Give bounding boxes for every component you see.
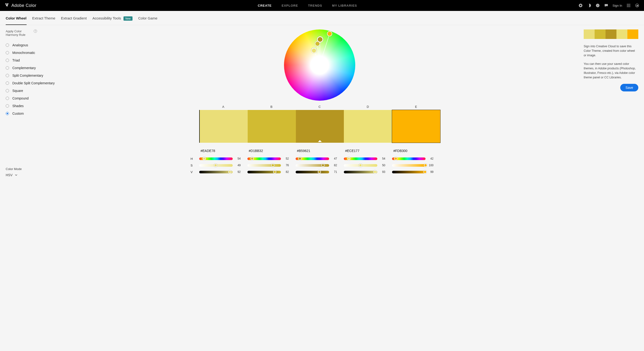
h-value-a[interactable]: 54: [236, 157, 241, 160]
v-slider-c[interactable]: [296, 171, 329, 173]
s-value-a[interactable]: 49: [236, 164, 241, 167]
harmony-help-icon[interactable]: ?: [34, 30, 37, 33]
cc-cloud-icon[interactable]: [635, 3, 639, 8]
slider-row-label-s: S: [191, 164, 193, 167]
harmony-rule-label: Monochromatic: [12, 51, 35, 54]
v-slider-a[interactable]: [199, 171, 233, 173]
v-slider-d[interactable]: [344, 171, 377, 173]
hex-value-a[interactable]: #EADE78: [199, 149, 248, 153]
wheel-marker-5[interactable]: [327, 31, 332, 36]
harmony-rule-complementary[interactable]: Complementary: [6, 64, 56, 72]
swatch-letters: ABCDE: [199, 105, 440, 108]
tab-color-game[interactable]: Color Game: [138, 16, 158, 25]
harmony-rule-compound[interactable]: Compound: [6, 94, 56, 102]
svg-rect-11: [628, 6, 629, 7]
swatch-a[interactable]: [200, 110, 248, 143]
v-value-d[interactable]: 93: [380, 170, 386, 174]
apps-grid-icon[interactable]: [626, 3, 631, 8]
base-color-indicator-icon: [318, 140, 322, 142]
nav-create[interactable]: CREATE: [258, 4, 272, 7]
v-value-b[interactable]: 82: [284, 170, 289, 174]
wheel-marker-3[interactable]: [317, 36, 323, 42]
harmony-rule-label: Analogous: [12, 43, 28, 47]
harmony-rule-double-split-complementary[interactable]: Double Split Complementary: [6, 79, 56, 87]
hex-value-c[interactable]: #B59621: [296, 149, 344, 153]
save-button[interactable]: Save: [620, 84, 638, 92]
s-slider-a[interactable]: [199, 164, 233, 167]
nav-libraries[interactable]: MY LIBRARIES: [332, 4, 357, 7]
nav-explore[interactable]: EXPLORE: [282, 4, 298, 7]
swatch-d[interactable]: [344, 110, 392, 143]
harmony-rule-analogous[interactable]: Analogous: [6, 41, 56, 49]
s-slider-d[interactable]: [344, 164, 377, 167]
s-slider-e[interactable]: [392, 164, 426, 167]
v-value-a[interactable]: 92: [236, 170, 241, 174]
hex-value-b[interactable]: #D1BB32: [248, 149, 296, 153]
nav-trends[interactable]: TRENDS: [308, 4, 322, 7]
h-slider-d[interactable]: [344, 158, 377, 160]
h-value-b[interactable]: 52: [284, 157, 289, 160]
hex-value-d[interactable]: #ECE177: [344, 149, 392, 153]
v-slider-e[interactable]: [392, 171, 426, 173]
harmony-rule-custom[interactable]: Custom: [6, 110, 56, 117]
color-mode-select[interactable]: HSV: [6, 173, 56, 177]
brand-text: Adobe Color: [12, 3, 36, 8]
hex-value-e[interactable]: #FDB300: [392, 149, 440, 153]
star-icon[interactable]: [578, 3, 583, 8]
v-value-e[interactable]: 99: [428, 170, 434, 174]
contrast-icon[interactable]: [587, 3, 591, 8]
tab-extract-gradient[interactable]: Extract Gradient: [61, 16, 87, 25]
h-value-c[interactable]: 47: [332, 157, 337, 160]
tab-accessibility[interactable]: Accessibility Tools New: [92, 16, 132, 25]
subnav: Color Wheel Extract Theme Extract Gradie…: [0, 11, 644, 25]
slider-thumb-icon: [373, 170, 376, 174]
harmony-rule-monochromatic[interactable]: Monochromatic: [6, 49, 56, 56]
s-slider-c[interactable]: [296, 164, 329, 167]
h-slider-a[interactable]: [199, 158, 233, 160]
slider-thumb-icon: [298, 157, 302, 160]
wheel-marker-4[interactable]: [311, 48, 316, 53]
right-panel: Sign into Creative Cloud to save this Co…: [584, 30, 638, 177]
top-nav: CREATE EXPLORE TRENDS MY LIBRARIES: [258, 4, 357, 7]
color-wheel[interactable]: [284, 30, 355, 101]
slider-thumb-icon: [424, 164, 427, 167]
signin-link[interactable]: Sign In: [613, 4, 622, 7]
h-slider-b[interactable]: [248, 158, 281, 160]
s-value-c[interactable]: 82: [332, 164, 337, 167]
harmony-rule-square[interactable]: Square: [6, 87, 56, 94]
harmony-rule-shades[interactable]: Shades: [6, 102, 56, 110]
h-slider-e[interactable]: [392, 158, 426, 160]
harmony-title-text: Apply Color Harmony Rule: [6, 30, 32, 36]
h-slider-c[interactable]: [296, 158, 329, 160]
left-panel: Apply Color Harmony Rule ? AnalogousMono…: [6, 30, 56, 177]
tab-extract-theme[interactable]: Extract Theme: [32, 16, 55, 25]
s-value-b[interactable]: 76: [284, 164, 289, 167]
help-icon[interactable]: ?: [596, 3, 600, 8]
mini-swatch-2: [594, 30, 606, 39]
slider-thumb-icon: [228, 170, 232, 174]
slider-thumb-icon: [359, 164, 362, 167]
harmony-rule-label: Complementary: [12, 66, 36, 70]
tab-color-wheel[interactable]: Color Wheel: [6, 16, 26, 25]
v-value-c[interactable]: 71: [332, 170, 337, 174]
chat-icon[interactable]: [604, 3, 608, 8]
svg-rect-7: [627, 5, 628, 6]
slider-thumb-icon: [347, 157, 350, 160]
s-value-e[interactable]: 100: [428, 164, 434, 167]
radio-icon: [6, 82, 9, 85]
harmony-rule-split-complementary[interactable]: Split Complementary: [6, 72, 56, 79]
swatch-e[interactable]: [392, 110, 440, 143]
harmony-rule-triad[interactable]: Triad: [6, 56, 56, 64]
mini-swatch-5: [628, 30, 638, 39]
s-slider-b[interactable]: [248, 164, 281, 167]
radio-icon: [6, 112, 9, 115]
swatch-c[interactable]: [296, 110, 344, 143]
swatch-b[interactable]: [248, 110, 296, 143]
svg-rect-9: [630, 5, 630, 6]
harmony-rule-label: Shades: [12, 104, 24, 108]
v-slider-b[interactable]: [248, 171, 281, 173]
s-value-d[interactable]: 50: [380, 164, 386, 167]
radio-icon: [6, 89, 9, 92]
h-value-e[interactable]: 42: [428, 157, 434, 160]
h-value-d[interactable]: 54: [380, 157, 386, 160]
